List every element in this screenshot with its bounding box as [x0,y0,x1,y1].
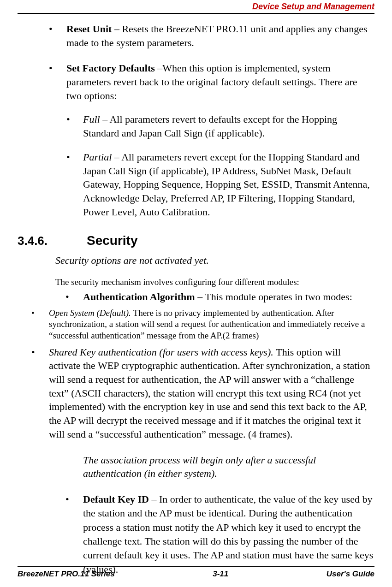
full-text: – All parameters revert to defaults exce… [83,113,337,139]
security-intro-italic: Security options are not activated yet. [55,255,374,267]
page-footer: BreezeNET PRO.11 Series 3-11 User's Guid… [18,566,374,579]
partial-option-item: Partial – All parameters revert except f… [66,150,374,219]
default-key-list: Default Key ID – In order to authenticat… [18,492,374,576]
partial-label: Partial [83,151,112,163]
page-body: Reset Unit – Resets the BreezeNET PRO.11… [18,22,374,576]
section-title: Security [87,233,138,248]
footer-right: User's Guide [327,569,374,579]
partial-text: – All parameters revert except for the H… [83,151,370,218]
factory-defaults-label: Set Factory Defaults [66,62,155,74]
auth-algorithm-label: Authentication Algorithm [83,291,195,302]
reset-unit-label: Reset Unit [66,23,112,35]
outer-list: Reset Unit – Resets the BreezeNET PRO.11… [18,22,374,219]
auth-algorithm-text: – This module operates in two modes: [195,291,352,302]
open-system-label: Open System (Default). [49,308,133,318]
default-key-text: – In order to authenticate, the value of… [83,493,373,575]
page-header: Device Setup and Management [18,0,374,14]
header-title: Device Setup and Management [252,2,374,11]
default-key-label: Default Key ID [83,493,149,505]
full-option-item: Full – All parameters revert to defaults… [66,113,374,140]
auth-list: Authentication Algorithm – This module o… [18,290,374,304]
footer-center: 3-11 [213,569,228,579]
reset-unit-item: Reset Unit – Resets the BreezeNET PRO.11… [18,22,374,49]
shared-key-item: Shared Key authentication (for users wit… [18,345,374,441]
factory-options-list: Full – All parameters revert to defaults… [66,113,374,219]
association-note: The association process will begin only … [83,453,374,480]
default-key-item: Default Key ID – In order to authenticat… [18,492,374,576]
section-heading: 3.4.6. Security [18,233,374,248]
factory-defaults-item: Set Factory Defaults –When this option i… [18,61,374,219]
shared-key-text: This option will activate the WEP crypto… [49,346,370,440]
footer-left: BreezeNET PRO.11 Series [18,569,115,579]
full-label: Full [83,113,100,125]
auth-algorithm-item: Authentication Algorithm – This module o… [18,290,374,304]
auth-modes-list: Open System (Default). There is no priva… [18,308,374,441]
open-system-item: Open System (Default). There is no priva… [18,308,374,342]
section-number: 3.4.6. [18,234,87,248]
shared-key-label: Shared Key authentication (for users wit… [49,346,276,358]
reset-unit-text: – Resets the BreezeNET PRO.11 unit and a… [66,23,368,48]
security-intro-p: The security mechanism involves configur… [55,277,374,288]
